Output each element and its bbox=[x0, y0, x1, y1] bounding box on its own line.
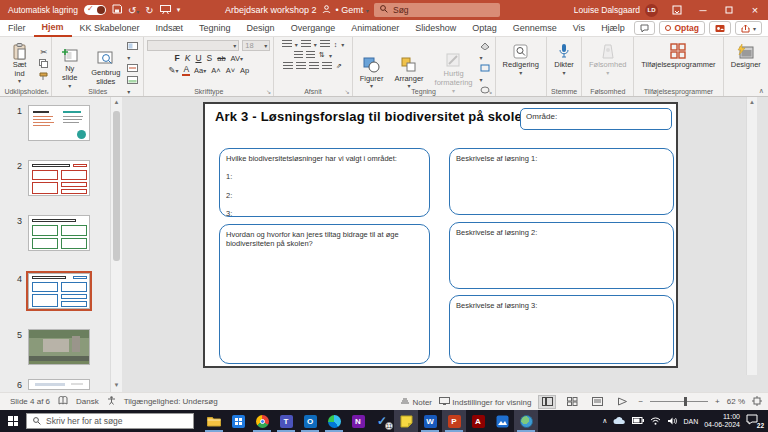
taskbar-icon-sticky-notes[interactable] bbox=[394, 410, 418, 432]
taskbar-icon-maps-globe[interactable] bbox=[514, 410, 538, 432]
zoom-slider-thumb[interactable] bbox=[684, 397, 687, 406]
spellcheck-icon[interactable] bbox=[58, 396, 68, 407]
scrollbar-thumb[interactable] bbox=[113, 111, 120, 261]
start-button[interactable] bbox=[0, 410, 26, 432]
taskbar-icon-todo[interactable]: ✓ 11 bbox=[370, 410, 394, 432]
line-spacing-icon[interactable]: ↕ bbox=[333, 41, 339, 48]
accessibility-status[interactable]: Tilgængelighed: Undersøg bbox=[124, 397, 218, 406]
reading-view-button[interactable] bbox=[588, 395, 606, 409]
scroll-down-icon[interactable]: ▼ bbox=[111, 382, 122, 388]
designer-button[interactable]: Designer bbox=[727, 40, 765, 72]
taskbar-icon-acrobat[interactable]: A bbox=[466, 410, 490, 432]
slide-canvas[interactable]: Ark 3 - Løsningsforslag til biodiversite… bbox=[203, 102, 678, 368]
tab-hjem[interactable]: Hjem bbox=[34, 20, 72, 37]
tray-clock[interactable]: 11:00 04-06-2024 bbox=[704, 413, 740, 430]
minimize-button[interactable]: ─ bbox=[690, 0, 716, 20]
shape-fill-icon[interactable]: ▾ bbox=[480, 42, 492, 62]
slide-thumbnail-6[interactable] bbox=[28, 379, 90, 390]
comments-button[interactable] bbox=[634, 21, 655, 35]
normal-view-button[interactable] bbox=[538, 395, 556, 409]
contribution-question-box[interactable]: Hvordan og hvorfor kan jeres tiltag bidr… bbox=[219, 224, 430, 364]
highlight-color-icon[interactable]: ✎▾ bbox=[167, 65, 179, 75]
decrease-font-size-button[interactable]: A˅ bbox=[225, 66, 236, 75]
tray-chevron-icon[interactable]: ∧ bbox=[602, 417, 607, 425]
scroll-up-icon[interactable]: ▲ bbox=[747, 97, 757, 105]
redo-icon[interactable]: ↻ bbox=[145, 5, 153, 16]
justify-icon[interactable] bbox=[322, 62, 332, 70]
close-button[interactable]: × bbox=[742, 0, 768, 20]
drawing-dialog-launcher-icon[interactable]: ↘ bbox=[488, 88, 493, 95]
saved-status[interactable]: • Gemt ▾ bbox=[336, 5, 369, 15]
editing-button[interactable]: Redigering▾ bbox=[499, 40, 543, 79]
solutions-chosen-box[interactable]: Hvilke biodiversitetsløsninger har vi va… bbox=[219, 148, 430, 217]
tab-kk-skabeloner[interactable]: KK Skabeloner bbox=[72, 20, 148, 37]
solution-description-box-2[interactable]: Beskrivelse af løsning 2: bbox=[449, 222, 674, 289]
tab-filer[interactable]: Filer bbox=[0, 20, 34, 37]
align-center-icon[interactable] bbox=[296, 62, 306, 70]
tab-hjaelp[interactable]: Hjælp bbox=[593, 20, 633, 37]
notification-center-icon[interactable]: 22 bbox=[746, 414, 762, 428]
slide-thumbnail-1[interactable] bbox=[28, 105, 90, 141]
copy-icon[interactable] bbox=[39, 59, 48, 70]
slide-position[interactable]: Slide 4 af 6 bbox=[10, 397, 50, 406]
accessibility-icon[interactable] bbox=[107, 396, 116, 407]
save-icon[interactable] bbox=[112, 4, 122, 16]
zoom-level[interactable]: 62 % bbox=[727, 397, 745, 406]
user-name[interactable]: Louise Dalsgaard bbox=[574, 5, 640, 15]
slide-thumbnail-2[interactable] bbox=[28, 160, 90, 196]
tray-language[interactable]: DAN bbox=[683, 418, 698, 425]
taskbar-icon-file-explorer[interactable] bbox=[202, 410, 226, 432]
indent-increase-icon[interactable] bbox=[294, 51, 303, 59]
tab-gennemse[interactable]: Gennemse bbox=[505, 20, 565, 37]
tab-tegning[interactable]: Tegning bbox=[191, 20, 239, 37]
editor-scrollbar[interactable]: ▲ bbox=[746, 97, 757, 375]
format-painter-icon[interactable] bbox=[39, 72, 48, 83]
bullets-icon[interactable] bbox=[282, 40, 292, 48]
tab-vis[interactable]: Vis bbox=[565, 20, 593, 37]
slideshow-view-button[interactable] bbox=[613, 395, 631, 409]
tab-design[interactable]: Design bbox=[239, 20, 283, 37]
slide-thumbnail-4-selected[interactable] bbox=[28, 273, 90, 309]
columns-icon[interactable] bbox=[306, 51, 315, 59]
scroll-up-icon[interactable]: ▲ bbox=[111, 97, 122, 105]
quick-access-toolbar-menu-icon[interactable]: ▾ bbox=[177, 6, 181, 14]
solution-description-box-3[interactable]: Beskrivelse af løsning 3: bbox=[449, 295, 674, 364]
clipboard-dialog-launcher-icon[interactable]: ↘ bbox=[44, 88, 49, 95]
present-in-teams-button[interactable] bbox=[709, 21, 731, 35]
taskbar-icon-photos[interactable] bbox=[490, 410, 514, 432]
maximize-button[interactable] bbox=[716, 0, 742, 20]
font-dialog-launcher-icon[interactable]: ↘ bbox=[266, 88, 271, 95]
font-color-button[interactable]: A bbox=[182, 65, 190, 76]
shapes-button[interactable]: Figurer▾ bbox=[356, 54, 388, 93]
paste-button[interactable]: Sæt ind▾ bbox=[3, 40, 36, 87]
user-avatar[interactable]: LD bbox=[645, 4, 658, 17]
taskbar-icon-powerpoint[interactable]: P bbox=[442, 410, 466, 432]
ribbon-display-options-icon[interactable] bbox=[664, 0, 690, 20]
record-button[interactable]: Optag bbox=[659, 21, 705, 35]
tab-overgange[interactable]: Overgange bbox=[283, 20, 344, 37]
font-size-select[interactable]: 18▾ bbox=[242, 40, 270, 51]
onedrive-cloud-icon[interactable] bbox=[613, 417, 626, 426]
addins-button[interactable]: Tilføjelsesprogrammer bbox=[637, 40, 719, 72]
autosave-toggle[interactable]: ✓ bbox=[84, 5, 106, 15]
taskbar-icon-outlook[interactable]: O bbox=[298, 410, 322, 432]
start-presentation-icon[interactable] bbox=[160, 5, 171, 16]
notes-toggle[interactable]: Noter bbox=[400, 397, 432, 407]
underline-button[interactable]: U bbox=[194, 53, 202, 63]
align-left-icon[interactable] bbox=[283, 62, 293, 70]
increase-font-size-button[interactable]: A˄ bbox=[210, 66, 221, 75]
slide-title[interactable]: Ark 3 - Løsningsforslag til biodiversite… bbox=[215, 109, 530, 124]
share-button[interactable]: ▾ bbox=[735, 21, 762, 35]
taskbar-icon-chrome[interactable] bbox=[250, 410, 274, 432]
wifi-icon[interactable] bbox=[650, 417, 661, 426]
slide-layout-icon[interactable]: ▾ bbox=[127, 42, 140, 62]
volume-icon[interactable] bbox=[667, 417, 677, 426]
area-textbox[interactable]: Område: bbox=[520, 108, 672, 130]
taskbar-icon-microsoft-store[interactable] bbox=[226, 410, 250, 432]
slide-sorter-view-button[interactable] bbox=[563, 395, 581, 409]
language-status[interactable]: Dansk bbox=[76, 397, 99, 406]
paragraph-dialog-launcher-icon[interactable]: ↘ bbox=[345, 88, 350, 95]
tab-animationer[interactable]: Animationer bbox=[343, 20, 407, 37]
font-name-select[interactable]: ▾ bbox=[147, 40, 239, 51]
zoom-slider[interactable] bbox=[650, 401, 708, 402]
